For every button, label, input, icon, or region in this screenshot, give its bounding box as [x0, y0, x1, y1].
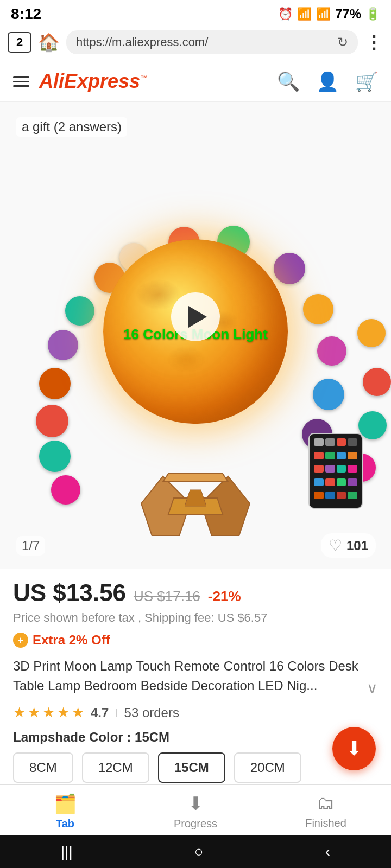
- rating-row: ★ ★ ★ ★ ★ 4.7 | 53 orders: [13, 704, 378, 721]
- ali-icons: 🔍 👤 🛒: [277, 71, 378, 92]
- color-dot-red2: [36, 405, 68, 437]
- color-dot-partial2: [363, 368, 391, 396]
- color-dot-brown: [39, 368, 71, 399]
- url-text: https://m.aliexpress.com/: [76, 35, 208, 49]
- color-dot-purple-left: [48, 330, 78, 360]
- star-2: ★: [28, 704, 40, 721]
- download-icon: ⬇: [346, 737, 362, 760]
- search-icon[interactable]: 🔍: [277, 71, 300, 92]
- remote-control-image: [308, 433, 363, 509]
- size-btn-12cm[interactable]: 12CM: [82, 752, 149, 783]
- color-dot-partial1: [357, 319, 386, 347]
- status-icons: ⏰ 📶 📶 77% 🔋: [278, 7, 380, 22]
- color-dot-yellow: [303, 294, 333, 324]
- original-price: US $17.16: [134, 588, 200, 605]
- title-text: 3D Print Moon Lamp Touch Remote Control …: [13, 659, 358, 693]
- color-label-text: Lampshade Color : 15CM: [13, 730, 169, 744]
- back-button[interactable]: ‹: [325, 843, 330, 860]
- star-5: ★: [72, 704, 84, 721]
- product-title[interactable]: 3D Print Moon Lamp Touch Remote Control …: [13, 656, 378, 695]
- size-btn-15cm[interactable]: 15CM: [158, 752, 225, 783]
- image-counter: 1/7: [16, 536, 45, 556]
- recents-button[interactable]: |||: [61, 843, 73, 860]
- size-btn-8cm[interactable]: 8CM: [13, 752, 73, 783]
- star-3: ★: [42, 704, 55, 721]
- wifi-icon: 📶: [297, 7, 312, 21]
- browser-bar: 2 🏠 https://m.aliexpress.com/ ↻ ⋮: [0, 26, 391, 61]
- tab-icon: 🗂️: [54, 793, 77, 814]
- price-row: US $13.56 US $17.16 -21%: [13, 579, 378, 607]
- rating-separator: |: [115, 708, 117, 718]
- title-expand-icon: ∨: [367, 677, 378, 700]
- extra-off: + Extra 2% Off: [13, 633, 378, 648]
- extra-off-text: Extra 2% Off: [33, 633, 110, 648]
- alarm-icon: ⏰: [278, 7, 293, 21]
- color-dot-blue: [313, 379, 344, 410]
- tax-info: Price shown before tax , Shipping fee: U…: [13, 611, 378, 625]
- play-triangle-icon: [188, 306, 207, 328]
- plus-icon: +: [13, 633, 28, 648]
- progress-label: Progress: [174, 818, 217, 830]
- signal-icon: 📶: [316, 7, 331, 21]
- bottom-nav: 🗂️ Tab ⬇ Progress 🗂 Finished: [0, 784, 391, 835]
- color-dot-violet: [274, 253, 305, 284]
- home-icon[interactable]: 🏠: [38, 32, 60, 53]
- finished-label: Finished: [305, 817, 346, 829]
- color-dot-magenta: [317, 336, 346, 366]
- current-price: US $13.56: [13, 579, 126, 607]
- bottom-nav-finished[interactable]: 🗂 Finished: [293, 793, 358, 830]
- ali-left: AliExpress™: [13, 70, 148, 93]
- heart-icon: ♡: [329, 537, 342, 554]
- tab-label: Tab: [56, 818, 74, 830]
- star-1: ★: [13, 704, 26, 721]
- orders-count: 53 orders: [124, 705, 179, 720]
- color-dot-teal-bot: [39, 441, 71, 472]
- more-menu-icon[interactable]: ⋮: [364, 31, 383, 53]
- discount-badge: -21%: [208, 588, 241, 605]
- play-button[interactable]: [171, 292, 220, 341]
- ali-nav: AliExpress™ 🔍 👤 🛒: [0, 61, 391, 102]
- color-dot-teal-top: [65, 296, 94, 326]
- rating-value: 4.7: [91, 705, 109, 720]
- progress-icon: ⬇: [188, 793, 203, 814]
- ali-logo: AliExpress™: [39, 70, 148, 93]
- url-bar[interactable]: https://m.aliexpress.com/ ↻: [66, 30, 358, 54]
- size-btn-20cm[interactable]: 20CM: [234, 752, 301, 783]
- system-nav: ||| ○ ‹: [0, 835, 391, 868]
- battery-icon: 🔋: [365, 7, 380, 21]
- status-bar: 8:12 ⏰ 📶 📶 77% 🔋: [0, 0, 391, 26]
- reload-icon[interactable]: ↻: [337, 35, 348, 50]
- battery-text: 77%: [335, 7, 361, 22]
- cart-icon[interactable]: 🛒: [355, 71, 378, 92]
- svg-marker-3: [185, 490, 206, 506]
- svg-marker-4: [163, 474, 228, 482]
- product-info: US $13.56 US $17.16 -21% Price shown bef…: [0, 569, 391, 802]
- color-dot-partial3: [358, 411, 387, 439]
- product-image-container: a gift (2 answers): [0, 102, 391, 569]
- like-button[interactable]: ♡ 101: [321, 533, 376, 558]
- star-4: ★: [57, 704, 70, 721]
- user-icon[interactable]: 👤: [316, 71, 339, 92]
- stars: ★ ★ ★ ★ ★: [13, 704, 84, 721]
- home-button[interactable]: ○: [194, 843, 204, 860]
- like-count: 101: [346, 538, 368, 553]
- download-fab[interactable]: ⬇: [332, 727, 376, 770]
- size-options: 8CM 12CM 15CM 20CM: [13, 752, 378, 783]
- tab-counter[interactable]: 2: [8, 32, 31, 53]
- bottom-nav-progress[interactable]: ⬇ Progress: [163, 793, 228, 830]
- bottom-nav-tab[interactable]: 🗂️ Tab: [33, 793, 98, 830]
- wood-stand: [141, 465, 250, 536]
- moon-lamp-area: a gift (2 answers): [0, 102, 391, 569]
- color-dot-pink: [51, 475, 80, 505]
- color-label: Lampshade Color : 15CM: [13, 730, 378, 745]
- status-time: 8:12: [11, 5, 41, 23]
- finished-icon: 🗂: [317, 793, 335, 814]
- hamburger-menu[interactable]: [13, 76, 29, 87]
